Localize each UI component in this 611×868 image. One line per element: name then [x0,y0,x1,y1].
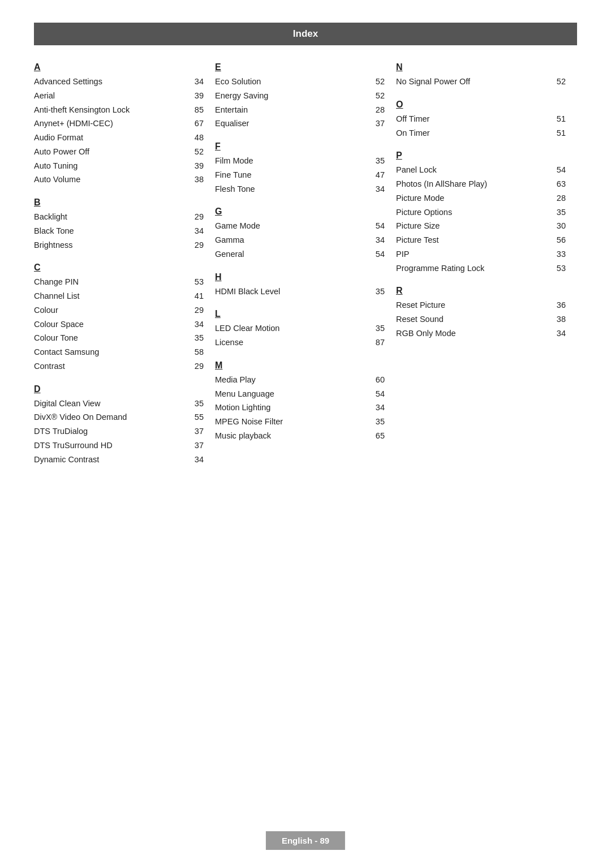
column-1: AAdvanced Settings34Aerial39Anti-theft K… [34,62,215,467]
entry-page: 65 [368,430,385,442]
index-entry: Entertain28 [215,104,385,117]
index-entry: Auto Tuning39 [34,160,204,173]
entry-page: 37 [187,440,204,452]
entry-name: On Timer [396,127,549,140]
index-entry: Motion Lighting34 [215,402,385,414]
entry-page: 35 [368,323,385,335]
entry-name: RGB Only Mode [396,328,549,340]
index-entry: Media Play60 [215,374,385,386]
section-letter-E: E [215,62,385,72]
index-entry: Fine Tune47 [215,169,385,182]
entry-page: 29 [187,239,204,252]
index-entry: Digital Clean View35 [34,398,204,410]
entry-page: 34 [187,76,204,88]
index-entry: Picture Options35 [396,207,566,219]
index-entry: Off Timer51 [396,113,566,126]
index-entry: Black Tone34 [34,225,204,238]
index-entry: Energy Saving52 [215,90,385,102]
section-letter-H: H [215,272,385,282]
entry-page: 55 [187,411,204,424]
entry-page: 38 [187,174,204,186]
index-entry: DTS TruDialog37 [34,426,204,438]
entry-name: Auto Power Off [34,146,187,158]
entry-name: Brightness [34,239,187,252]
entry-name: Picture Options [396,207,549,219]
entry-name: HDMI Black Level [215,286,368,298]
entry-name: Backlight [34,211,187,224]
footer-badge: English - 89 [266,831,345,850]
entry-page: 54 [368,220,385,233]
index-entry: Colour Space34 [34,319,204,331]
entry-name: Energy Saving [215,90,368,102]
index-entry: Photos (In AllShare Play)63 [396,178,566,191]
entry-page: 52 [368,76,385,88]
entry-name: DivX® Video On Demand [34,411,187,424]
entry-page: 53 [549,263,566,275]
entry-page: 41 [187,290,204,303]
index-entry: Eco Solution52 [215,76,385,88]
entry-name: Fine Tune [215,169,368,182]
index-entry: Film Mode35 [215,155,385,167]
index-entry: Programme Rating Lock53 [396,263,566,275]
entry-name: Panel Lock [396,164,549,177]
column-2: EEco Solution52Energy Saving52Entertain2… [215,62,396,467]
index-entry: Flesh Tone34 [215,183,385,196]
entry-page: 35 [187,332,204,345]
entry-page: 54 [368,248,385,261]
entry-name: Reset Sound [396,313,549,326]
entry-page: 29 [187,360,204,373]
entry-name: General [215,248,368,261]
entry-page: 30 [549,220,566,233]
entry-name: Digital Clean View [34,398,187,410]
section-letter-P: P [396,151,566,161]
index-entry: Advanced Settings34 [34,76,204,88]
entry-page: 34 [187,319,204,331]
entry-name: Change PIN [34,276,187,289]
entry-page: 35 [368,416,385,428]
entry-name: Contrast [34,360,187,373]
entry-page: 29 [187,304,204,317]
entry-page: 37 [368,118,385,130]
entry-name: Contact Samsung [34,346,187,359]
index-entry: LED Clear Motion35 [215,323,385,335]
columns-container: AAdvanced Settings34Aerial39Anti-theft K… [34,62,577,467]
entry-name: Channel List [34,290,187,303]
entry-page: 51 [549,127,566,140]
section-letter-L: L [215,309,385,319]
entry-name: Aerial [34,90,187,102]
entry-name: Anti-theft Kensington Lock [34,104,187,117]
entry-page: 35 [187,398,204,410]
entry-name: Motion Lighting [215,402,368,414]
entry-page: 35 [549,207,566,219]
entry-page: 56 [549,234,566,247]
entry-page: 85 [187,104,204,117]
entry-name: No Signal Power Off [396,76,549,88]
entry-page: 52 [187,146,204,158]
entry-page: 54 [549,164,566,177]
entry-page: 38 [549,313,566,326]
index-entry: Dynamic Contrast34 [34,454,204,466]
entry-page: 51 [549,113,566,126]
index-entry: Reset Sound38 [396,313,566,326]
entry-page: 34 [187,454,204,466]
entry-name: Colour Tone [34,332,187,345]
entry-page: 35 [368,155,385,167]
entry-page: 28 [549,192,566,205]
index-entry: No Signal Power Off52 [396,76,566,88]
index-entry: Change PIN53 [34,276,204,289]
section-letter-N: N [396,62,566,72]
entry-page: 47 [368,169,385,182]
section-letter-M: M [215,360,385,371]
entry-name: Media Play [215,374,368,386]
entry-name: DTS TruSurround HD [34,440,187,452]
entry-page: 36 [549,299,566,312]
entry-name: Black Tone [34,225,187,238]
entry-page: 34 [187,225,204,238]
index-entry: Picture Mode28 [396,192,566,205]
section-letter-B: B [34,197,204,208]
entry-page: 60 [368,374,385,386]
entry-page: 34 [549,328,566,340]
entry-name: Reset Picture [396,299,549,312]
entry-name: MPEG Noise Filter [215,416,368,428]
entry-page: 35 [368,286,385,298]
